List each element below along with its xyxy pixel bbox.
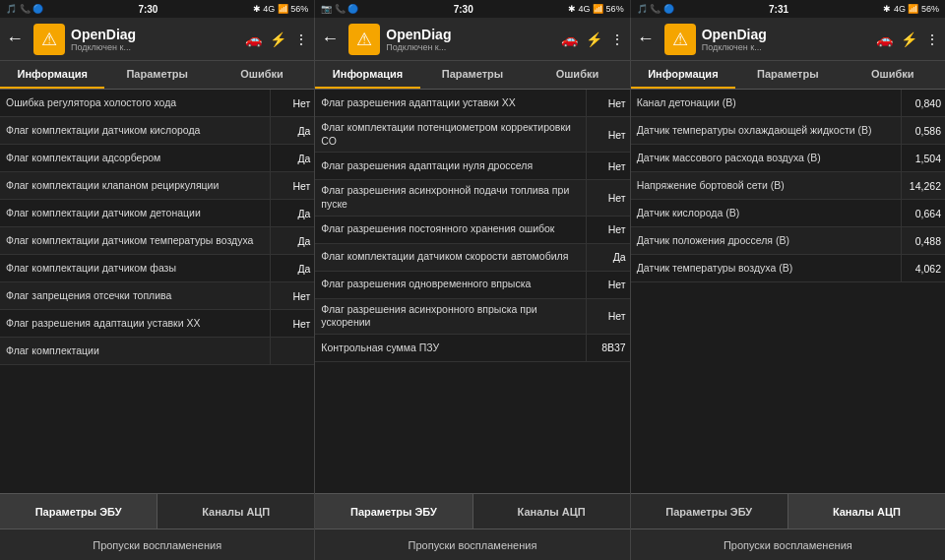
warning-icon-2: ⚠: [356, 29, 372, 50]
tab-params-1[interactable]: Параметры: [104, 61, 209, 89]
bottom-btn-adc-1[interactable]: Каналы АЦП: [158, 494, 314, 529]
bottom-btn-ecu-2[interactable]: Параметры ЭБУ: [315, 494, 472, 529]
row-value: 14,262: [901, 172, 945, 199]
row-value: Да: [270, 255, 314, 281]
row-value: Нет: [270, 90, 314, 116]
tab-params-2[interactable]: Параметры: [420, 61, 525, 89]
tab-info-3[interactable]: Информация: [631, 61, 735, 89]
panel-1: ← ⚠ OpenDiag Подключен к... 🚗 ⚡ ⋮ Информ…: [0, 18, 315, 560]
tab-bar-2: Информация Параметры Ошибки: [315, 61, 629, 90]
row-value: Нет: [586, 180, 630, 215]
status-right-icons-1: ✱ 4G 📶 56%: [253, 4, 309, 14]
app-title-group-3: OpenDiag Подключен к...: [702, 27, 870, 52]
row-label: Флаг комплектации датчиком детонации: [0, 200, 270, 226]
status-left-icons-2: 📷 📞 🔵: [321, 4, 358, 14]
row-label: Флаг разрешения асинхронного впрыска при…: [315, 299, 585, 334]
table-row: Контрольная сумма ПЗУ 8В37: [315, 335, 629, 362]
car-icon-1: 🚗: [245, 31, 262, 47]
table-row: Датчик положения дросселя (В) 0,488: [631, 227, 945, 255]
row-value: Да: [270, 145, 314, 171]
toolbar-2: ← ⚠ OpenDiag Подключен к... 🚗 ⚡ ⋮: [315, 18, 629, 61]
row-label: Флаг комплектации потенциометром коррект…: [315, 117, 585, 152]
status-time-3: 7:31: [769, 4, 788, 15]
row-value: Нет: [586, 299, 630, 334]
tab-info-2[interactable]: Информация: [315, 61, 419, 89]
row-value: Да: [586, 244, 630, 271]
app-subtitle-3: Подключен к...: [702, 42, 870, 52]
row-value: 0,664: [901, 200, 945, 226]
toolbar-1: ← ⚠ OpenDiag Подключен к... 🚗 ⚡ ⋮: [0, 18, 314, 61]
car-icon-2: 🚗: [561, 31, 578, 47]
back-button-3[interactable]: ←: [637, 29, 655, 49]
tab-errors-3[interactable]: Ошибки: [841, 61, 945, 89]
bluetooth-icon-2[interactable]: ⚡: [586, 31, 602, 47]
app-title-2: OpenDiag: [386, 27, 554, 42]
app-title-group-2: OpenDiag Подключен к...: [386, 27, 554, 52]
row-value: 0,488: [901, 227, 945, 254]
row-label: Флаг комплектации датчиком скорости авто…: [315, 244, 585, 271]
content-2[interactable]: Флаг разрешения адаптации уставки ХХ Нет…: [315, 90, 629, 493]
row-label: Датчик кислорода (В): [631, 200, 901, 226]
row-label: Датчик положения дросселя (В): [631, 227, 901, 254]
car-icon-3: 🚗: [876, 31, 893, 47]
status-time-1: 7:30: [138, 4, 158, 15]
table-row: Датчик температуры воздуха (В) 4,062: [631, 255, 945, 282]
footer-bar-3: Пропуски воспламенения: [631, 529, 945, 560]
row-label: Флаг комплектации адсорбером: [0, 145, 270, 171]
table-row: Ошибка регулятора холостого хода Нет: [0, 90, 314, 117]
toolbar-icons-2: 🚗 ⚡ ⋮: [561, 31, 624, 47]
panel-2: ← ⚠ OpenDiag Подключен к... 🚗 ⚡ ⋮ Информ…: [315, 18, 630, 560]
table-row: Флаг комплектации клапаном рециркуляции …: [0, 172, 314, 200]
bluetooth-icon-1[interactable]: ⚡: [270, 31, 286, 47]
row-label: Флаг комплектации датчиком кислорода: [0, 117, 270, 144]
footer-btn-misfire-2[interactable]: Пропуски воспламенения: [315, 529, 629, 560]
content-1[interactable]: Ошибка регулятора холостого хода Нет Фла…: [0, 90, 314, 493]
content-3[interactable]: Канал детонации (В) 0,840 Датчик темпера…: [631, 90, 945, 493]
footer-btn-misfire-3[interactable]: Пропуски воспламенения: [631, 529, 945, 560]
row-label: Флаг разрешения адаптации нуля дросселя: [315, 153, 585, 179]
bottom-btn-adc-3[interactable]: Каналы АЦП: [788, 494, 945, 529]
status-left-icons-1: 🎵 📞 🔵: [6, 4, 43, 14]
table-row: Флаг разрешения одновременного впрыска Н…: [315, 272, 629, 299]
row-value: Нет: [270, 172, 314, 199]
tab-bar-3: Информация Параметры Ошибки: [631, 61, 945, 90]
table-row: Флаг комплектации датчиком детонации Да: [0, 200, 314, 227]
tab-errors-1[interactable]: Ошибки: [210, 61, 314, 89]
bottom-btn-ecu-1[interactable]: Параметры ЭБУ: [0, 494, 158, 529]
warning-icon-1: ⚠: [41, 29, 57, 50]
tab-bar-1: Информация Параметры Ошибки: [0, 61, 314, 90]
table-row: Флаг комплектации датчиком фазы Да: [0, 255, 314, 282]
status-left-icons-3: 🎵 📞 🔵: [637, 4, 674, 14]
toolbar-3: ← ⚠ OpenDiag Подключен к... 🚗 ⚡ ⋮: [631, 18, 945, 61]
toolbar-icons-3: 🚗 ⚡ ⋮: [876, 31, 939, 47]
row-value: Нет: [586, 272, 630, 298]
row-value: Нет: [586, 153, 630, 179]
status-segment-1: 🎵 📞 🔵 7:30 ✱ 4G 📶 56%: [0, 0, 315, 18]
more-icon-1[interactable]: ⋮: [294, 31, 308, 47]
footer-btn-misfire-1[interactable]: Пропуски воспламенения: [0, 529, 314, 560]
row-value: Нет: [586, 117, 630, 152]
row-value: Да: [270, 200, 314, 226]
table-row: Напряжение бортовой сети (В) 14,262: [631, 172, 945, 200]
row-label: Флаг комплектации клапаном рециркуляции: [0, 172, 270, 199]
more-icon-3[interactable]: ⋮: [925, 31, 939, 47]
back-button-2[interactable]: ←: [321, 29, 339, 49]
row-label: Флаг разрешения одновременного впрыска: [315, 272, 585, 298]
bluetooth-icon-3[interactable]: ⚡: [901, 31, 917, 47]
app-subtitle-1: Подключен к...: [71, 42, 239, 52]
tab-info-1[interactable]: Информация: [0, 61, 104, 89]
row-value: 1,504: [901, 145, 945, 171]
row-value: Нет: [586, 90, 630, 116]
tab-errors-2[interactable]: Ошибки: [525, 61, 629, 89]
row-label: Флаг комплектации: [0, 338, 270, 364]
more-icon-2[interactable]: ⋮: [610, 31, 624, 47]
back-button-1[interactable]: ←: [6, 29, 24, 49]
row-value: Нет: [270, 282, 314, 309]
row-label: Напряжение бортовой сети (В): [631, 172, 901, 199]
bottom-btn-adc-2[interactable]: Каналы АЦП: [473, 494, 630, 529]
tab-params-3[interactable]: Параметры: [735, 61, 840, 89]
row-label: Флаг разрешения асинхронной подачи топли…: [315, 180, 585, 215]
footer-bar-1: Пропуски воспламенения: [0, 529, 314, 560]
row-value: Нет: [586, 217, 630, 243]
bottom-btn-ecu-3[interactable]: Параметры ЭБУ: [631, 494, 788, 529]
